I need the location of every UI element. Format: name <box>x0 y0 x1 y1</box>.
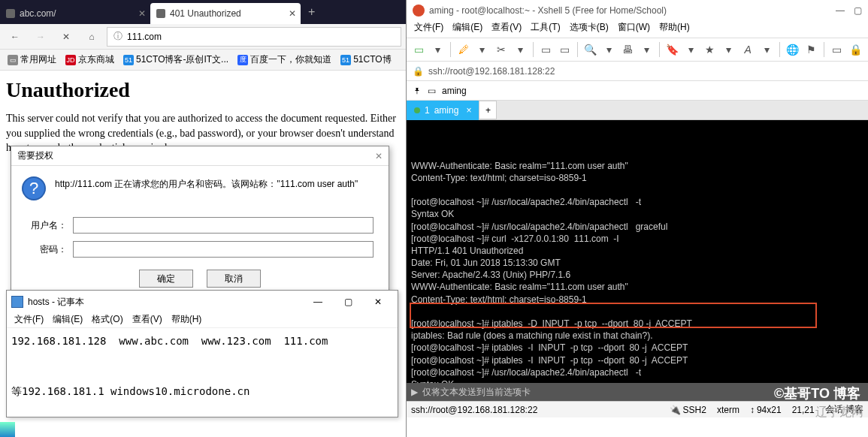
question-icon: ? <box>22 176 46 200</box>
dropdown-icon[interactable]: ▾ <box>474 41 490 59</box>
lock-icon[interactable]: 🔒 <box>848 41 863 59</box>
menu-format[interactable]: 格式(O) <box>89 313 126 327</box>
bookmark-label[interactable]: aming <box>442 86 467 96</box>
tab-icon <box>156 9 165 18</box>
globe-icon[interactable]: 🌐 <box>785 41 800 59</box>
password-input[interactable] <box>73 241 374 258</box>
menu-tools[interactable]: 工具(T) <box>528 21 563 38</box>
menu-tab[interactable]: 选项卡(B) <box>567 21 612 38</box>
bookmarks-bar: ▭常用网址 JD京东商城 5151CTO博客-原创IT文... 度百度一下，你就… <box>0 50 406 71</box>
xshell-titlebar: aming - root@localhost:~ - Xshell 5 (Fre… <box>407 0 868 21</box>
close-icon[interactable]: ✕ <box>289 8 296 19</box>
copy-icon[interactable]: ▭ <box>538 41 554 59</box>
pin-icon[interactable]: 🖈 <box>413 86 422 96</box>
bookmark-item[interactable]: 5151CTO博客-原创IT文... <box>120 52 231 68</box>
dropdown-icon[interactable]: ▾ <box>639 41 655 59</box>
bookmark-label: 京东商城 <box>78 53 114 66</box>
menu-window[interactable]: 窗口(W) <box>615 21 653 38</box>
stop-button[interactable]: ✕ <box>56 26 77 47</box>
window-icon[interactable]: ▭ <box>829 41 845 59</box>
minimize-button[interactable]: — <box>303 292 333 312</box>
username-input[interactable] <box>73 217 374 234</box>
session-tabs: 1 aming × + <box>407 101 868 120</box>
menu-file[interactable]: 文件(F) <box>411 21 446 38</box>
home-button[interactable]: ⌂ <box>81 26 102 47</box>
tab-name: aming <box>434 105 459 116</box>
highlighter-icon[interactable]: 🖉 <box>455 41 471 59</box>
session-tab-aming[interactable]: 1 aming × <box>407 101 479 120</box>
taskbar-icon[interactable] <box>0 422 15 437</box>
minimize-button[interactable]: — <box>836 5 845 16</box>
play-icon[interactable]: ▶ <box>411 387 418 397</box>
status-connection: ssh://root@192.168.181.128:22 <box>411 405 537 415</box>
find-icon[interactable]: 🔍 <box>582 41 598 59</box>
username-label: 用户名： <box>22 219 67 232</box>
dropdown-icon[interactable]: ▾ <box>683 41 699 59</box>
tab-icon <box>6 9 15 18</box>
close-icon[interactable]: × <box>466 105 471 116</box>
ok-button[interactable]: 确定 <box>139 270 193 288</box>
info-icon[interactable]: ⓘ <box>113 30 122 43</box>
51cto-icon: 51 <box>123 55 134 65</box>
menu-help[interactable]: 帮助(H) <box>656 21 693 38</box>
url-text: 111.com <box>127 32 162 42</box>
print-icon[interactable]: 🖶 <box>620 41 636 59</box>
back-button[interactable]: ← <box>5 26 26 47</box>
url-input[interactable]: ⓘ 111.com <box>107 27 401 47</box>
password-label: 密码： <box>22 243 67 256</box>
tab-index: 1 <box>425 105 430 116</box>
paste-icon[interactable]: ▭ <box>557 41 573 59</box>
bookmark-label: 51CTO博 <box>353 53 391 66</box>
bookmark-icon[interactable]: 🔖 <box>664 41 680 59</box>
dropdown-icon[interactable]: ▾ <box>721 41 736 59</box>
xshell-address-bar: 🔒 ssh://root@192.168.181.128:22 <box>407 62 868 81</box>
new-tab-button[interactable]: + <box>301 5 322 19</box>
51cto-icon: 51 <box>340 55 351 65</box>
new-session-icon[interactable]: ▭ <box>411 41 427 59</box>
notepad-menu: 文件(F) 编辑(E) 格式(O) 查看(V) 帮助(H) <box>7 313 398 328</box>
send-bar: ▶ 仅将文本发送到当前选项卡 <box>407 383 868 401</box>
bookmark-item[interactable]: 度百度一下，你就知道 <box>234 52 334 68</box>
menu-file[interactable]: 文件(F) <box>11 313 47 327</box>
bookmark-item[interactable]: 5151CTO博 <box>337 52 394 68</box>
connection-url[interactable]: ssh://root@192.168.181.128:22 <box>428 66 555 77</box>
status-dot-icon <box>414 107 420 113</box>
dialog-title: 需要授权 <box>17 149 53 162</box>
bookmark-item[interactable]: JD京东商城 <box>62 52 117 68</box>
browser-tabs: abc.com/ ✕ 401 Unauthorized ✕ + <box>0 0 406 24</box>
tab-401[interactable]: 401 Unauthorized ✕ <box>150 3 301 24</box>
close-icon[interactable]: ✕ <box>138 8 146 19</box>
bookmark-icon[interactable]: ▭ <box>428 86 436 96</box>
close-icon[interactable]: ✕ <box>375 151 383 161</box>
add-tab-button[interactable]: + <box>479 101 497 119</box>
jd-icon: JD <box>65 55 76 65</box>
maximize-button[interactable]: ▢ <box>854 5 862 16</box>
menu-help[interactable]: 帮助(H) <box>168 313 205 327</box>
star-icon[interactable]: ★ <box>702 41 718 59</box>
flag-icon[interactable]: ⚑ <box>803 41 819 59</box>
font-icon[interactable]: A <box>740 41 756 59</box>
menu-view[interactable]: 查看(V) <box>129 313 165 327</box>
tab-abc[interactable]: abc.com/ ✕ <box>0 3 150 24</box>
maximize-button[interactable]: ▢ <box>333 292 363 312</box>
notepad-content[interactable]: 192.168.181.128 www.abc.com www.123.com … <box>7 328 398 405</box>
close-button[interactable]: ✕ <box>363 292 393 312</box>
xshell-toolbar: ▭▾ 🖉▾ ✂▾ ▭ ▭ 🔍▾ 🖶▾ 🔖▾ ★▾ A▾ 🌐 ⚑ ▭ 🔒 <box>407 38 868 62</box>
dropdown-icon[interactable]: ▾ <box>759 41 775 59</box>
notepad-icon <box>11 296 23 308</box>
dropdown-icon[interactable]: ▾ <box>430 41 446 59</box>
address-bar: ← → ✕ ⌂ ⓘ 111.com <box>0 24 406 50</box>
status-size: ↕ 94x21 <box>750 405 782 415</box>
status-ssh: 🔌 SSH2 <box>670 405 706 415</box>
menu-view[interactable]: 查看(V) <box>488 21 525 38</box>
menu-edit[interactable]: 编辑(E) <box>50 313 86 327</box>
terminal-output[interactable]: WWW-Authenticate: Basic realm="111.com u… <box>407 120 868 383</box>
forward-button[interactable]: → <box>30 26 51 47</box>
menu-edit[interactable]: 编辑(E) <box>449 21 485 38</box>
dropdown-icon[interactable]: ▾ <box>513 41 528 59</box>
bookmark-item[interactable]: ▭常用网址 <box>5 52 59 68</box>
dropdown-icon[interactable]: ▾ <box>601 41 617 59</box>
cancel-button[interactable]: 取消 <box>207 270 261 288</box>
bookmark-label: 常用网址 <box>20 53 56 66</box>
cut-icon[interactable]: ✂ <box>493 41 509 59</box>
